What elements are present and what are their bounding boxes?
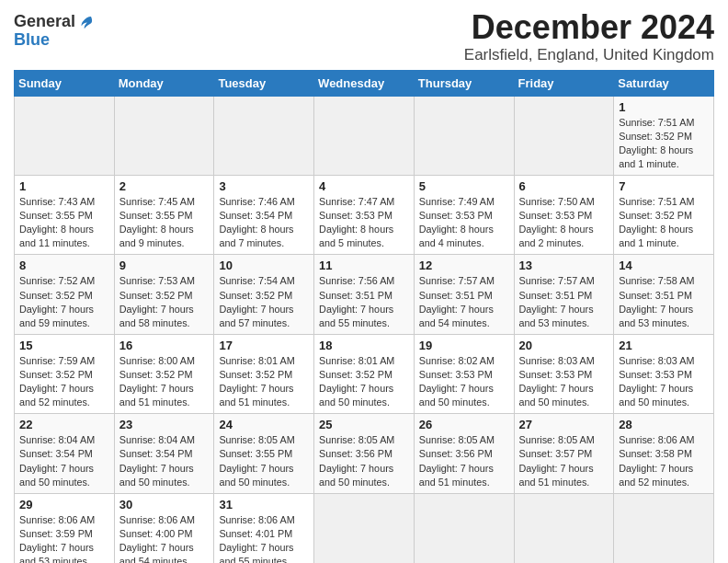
day-number: 31 xyxy=(219,498,309,511)
day-info: Sunrise: 8:03 AMSunset: 3:53 PMDaylight:… xyxy=(619,354,709,409)
calendar-day-cell: 6Sunrise: 7:50 AMSunset: 3:53 PMDaylight… xyxy=(514,176,614,255)
day-info: Sunrise: 8:05 AMSunset: 3:57 PMDaylight:… xyxy=(519,433,609,488)
day-info: Sunrise: 8:04 AMSunset: 3:54 PMDaylight:… xyxy=(119,433,210,488)
day-number: 11 xyxy=(319,259,409,272)
calendar-day-cell: 28Sunrise: 8:06 AMSunset: 3:58 PMDayligh… xyxy=(614,414,714,493)
day-number: 21 xyxy=(619,339,709,352)
calendar-header-monday: Monday xyxy=(114,70,214,96)
calendar-day-cell: 7Sunrise: 7:51 AMSunset: 3:52 PMDaylight… xyxy=(614,176,714,255)
calendar-day-cell: 26Sunrise: 8:05 AMSunset: 3:56 PMDayligh… xyxy=(414,414,514,493)
calendar-day-cell xyxy=(414,96,514,175)
day-number: 18 xyxy=(319,339,409,352)
day-number: 5 xyxy=(419,179,509,193)
calendar-day-cell xyxy=(314,493,415,563)
calendar-day-cell xyxy=(214,96,314,175)
calendar-day-cell: 16Sunrise: 8:00 AMSunset: 3:52 PMDayligh… xyxy=(114,334,214,413)
calendar-day-cell: 17Sunrise: 8:01 AMSunset: 3:52 PMDayligh… xyxy=(214,334,314,413)
day-info: Sunrise: 8:00 AMSunset: 3:52 PMDaylight:… xyxy=(119,354,210,409)
day-info: Sunrise: 8:06 AMSunset: 4:01 PMDaylight:… xyxy=(219,513,309,563)
day-number: 1 xyxy=(619,100,709,114)
day-number: 30 xyxy=(119,498,210,511)
day-info: Sunrise: 7:58 AMSunset: 3:51 PMDaylight:… xyxy=(619,274,709,329)
calendar-day-cell xyxy=(114,96,214,175)
day-number: 29 xyxy=(19,498,109,511)
day-info: Sunrise: 8:06 AMSunset: 3:58 PMDaylight:… xyxy=(619,433,709,488)
calendar-week-row: 15Sunrise: 7:59 AMSunset: 3:52 PMDayligh… xyxy=(15,334,714,413)
day-info: Sunrise: 7:51 AMSunset: 3:52 PMDaylight:… xyxy=(619,116,709,171)
calendar-day-cell: 21Sunrise: 8:03 AMSunset: 3:53 PMDayligh… xyxy=(614,334,714,413)
day-number: 28 xyxy=(619,418,709,431)
day-number: 23 xyxy=(119,418,210,431)
calendar-day-cell: 27Sunrise: 8:05 AMSunset: 3:57 PMDayligh… xyxy=(514,414,614,493)
day-info: Sunrise: 8:01 AMSunset: 3:52 PMDaylight:… xyxy=(219,354,309,409)
calendar-day-cell: 18Sunrise: 8:01 AMSunset: 3:52 PMDayligh… xyxy=(314,334,415,413)
day-number: 24 xyxy=(219,418,309,431)
calendar-day-cell: 15Sunrise: 7:59 AMSunset: 3:52 PMDayligh… xyxy=(15,334,115,413)
day-info: Sunrise: 8:05 AMSunset: 3:56 PMDaylight:… xyxy=(319,433,409,488)
calendar-day-cell: 4Sunrise: 7:47 AMSunset: 3:53 PMDaylight… xyxy=(314,176,415,255)
calendar-week-row: 22Sunrise: 8:04 AMSunset: 3:54 PMDayligh… xyxy=(15,414,714,493)
day-info: Sunrise: 7:46 AMSunset: 3:54 PMDaylight:… xyxy=(219,195,309,250)
calendar-day-cell xyxy=(614,493,714,563)
day-info: Sunrise: 7:50 AMSunset: 3:53 PMDaylight:… xyxy=(519,195,609,250)
calendar-header-tuesday: Tuesday xyxy=(214,70,314,96)
calendar-day-cell xyxy=(514,96,614,175)
day-number: 22 xyxy=(19,418,109,431)
day-info: Sunrise: 7:54 AMSunset: 3:52 PMDaylight:… xyxy=(219,274,309,329)
calendar-day-cell: 23Sunrise: 8:04 AMSunset: 3:54 PMDayligh… xyxy=(114,414,214,493)
logo: General Blue xyxy=(14,13,94,50)
day-info: Sunrise: 8:02 AMSunset: 3:53 PMDaylight:… xyxy=(419,354,509,409)
day-info: Sunrise: 7:51 AMSunset: 3:52 PMDaylight:… xyxy=(619,195,709,250)
header: General Blue December 2024 Earlsfield, E… xyxy=(14,9,714,64)
page-title: December 2024 xyxy=(464,9,714,46)
day-number: 19 xyxy=(419,339,509,352)
calendar-day-cell: 10Sunrise: 7:54 AMSunset: 3:52 PMDayligh… xyxy=(214,255,314,334)
calendar-day-cell: 9Sunrise: 7:53 AMSunset: 3:52 PMDaylight… xyxy=(114,255,214,334)
calendar-header-row: SundayMondayTuesdayWednesdayThursdayFrid… xyxy=(15,70,714,96)
day-number: 14 xyxy=(619,259,709,272)
page-subtitle: Earlsfield, England, United Kingdom xyxy=(464,46,714,64)
day-info: Sunrise: 7:57 AMSunset: 3:51 PMDaylight:… xyxy=(519,274,609,329)
calendar-day-cell: 1Sunrise: 7:51 AMSunset: 3:52 PMDaylight… xyxy=(614,96,714,175)
day-number: 27 xyxy=(519,418,609,431)
day-number: 2 xyxy=(119,179,210,193)
day-info: Sunrise: 7:56 AMSunset: 3:51 PMDaylight:… xyxy=(319,274,409,329)
calendar-day-cell: 3Sunrise: 7:46 AMSunset: 3:54 PMDaylight… xyxy=(214,176,314,255)
calendar-day-cell: 13Sunrise: 7:57 AMSunset: 3:51 PMDayligh… xyxy=(514,255,614,334)
calendar-day-cell: 19Sunrise: 8:02 AMSunset: 3:53 PMDayligh… xyxy=(414,334,514,413)
calendar-day-cell: 11Sunrise: 7:56 AMSunset: 3:51 PMDayligh… xyxy=(314,255,415,334)
day-info: Sunrise: 7:52 AMSunset: 3:52 PMDaylight:… xyxy=(19,274,109,329)
calendar-day-cell: 12Sunrise: 7:57 AMSunset: 3:51 PMDayligh… xyxy=(414,255,514,334)
day-number: 16 xyxy=(119,339,210,352)
calendar-day-cell xyxy=(514,493,614,563)
calendar-day-cell: 30Sunrise: 8:06 AMSunset: 4:00 PMDayligh… xyxy=(114,493,214,563)
calendar-week-row: 8Sunrise: 7:52 AMSunset: 3:52 PMDaylight… xyxy=(15,255,714,334)
day-info: Sunrise: 7:53 AMSunset: 3:52 PMDaylight:… xyxy=(119,274,210,329)
day-number: 1 xyxy=(19,179,109,193)
calendar-day-cell: 2Sunrise: 7:45 AMSunset: 3:55 PMDaylight… xyxy=(114,176,214,255)
day-number: 3 xyxy=(219,179,309,193)
day-info: Sunrise: 7:49 AMSunset: 3:53 PMDaylight:… xyxy=(419,195,509,250)
calendar-day-cell: 22Sunrise: 8:04 AMSunset: 3:54 PMDayligh… xyxy=(15,414,115,493)
calendar-header-friday: Friday xyxy=(514,70,614,96)
day-info: Sunrise: 7:59 AMSunset: 3:52 PMDaylight:… xyxy=(19,354,109,409)
day-number: 26 xyxy=(419,418,509,431)
calendar-day-cell xyxy=(414,493,514,563)
day-info: Sunrise: 8:05 AMSunset: 3:55 PMDaylight:… xyxy=(219,433,309,488)
calendar-day-cell: 29Sunrise: 8:06 AMSunset: 3:59 PMDayligh… xyxy=(15,493,115,563)
calendar-day-cell: 25Sunrise: 8:05 AMSunset: 3:56 PMDayligh… xyxy=(314,414,415,493)
day-number: 17 xyxy=(219,339,309,352)
day-number: 15 xyxy=(19,339,109,352)
day-number: 8 xyxy=(19,259,109,272)
day-info: Sunrise: 7:45 AMSunset: 3:55 PMDaylight:… xyxy=(119,195,210,250)
title-area: December 2024 Earlsfield, England, Unite… xyxy=(464,9,714,64)
calendar-table: SundayMondayTuesdayWednesdayThursdayFrid… xyxy=(14,70,714,563)
day-info: Sunrise: 8:01 AMSunset: 3:52 PMDaylight:… xyxy=(319,354,409,409)
day-number: 12 xyxy=(419,259,509,272)
day-number: 7 xyxy=(619,179,709,193)
day-info: Sunrise: 7:57 AMSunset: 3:51 PMDaylight:… xyxy=(419,274,509,329)
calendar-day-cell: 14Sunrise: 7:58 AMSunset: 3:51 PMDayligh… xyxy=(614,255,714,334)
logo-general-text: General xyxy=(14,13,75,31)
day-number: 13 xyxy=(519,259,609,272)
calendar-week-row: 29Sunrise: 8:06 AMSunset: 3:59 PMDayligh… xyxy=(15,493,714,563)
